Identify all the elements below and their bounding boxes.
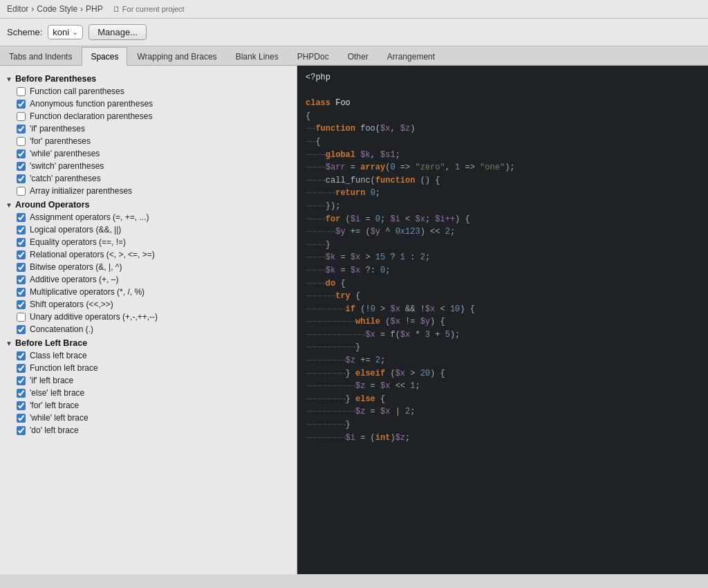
option-func-call-paren: Function call parentheses <box>0 85 297 98</box>
checkbox-unary-ops[interactable] <box>17 313 26 322</box>
option-shift-ops: Shift operators (<<,>>) <box>0 298 297 311</box>
tab-phpdoc[interactable]: PHPDoc <box>288 47 338 66</box>
checkbox-shift-ops[interactable] <box>17 300 26 309</box>
label-while-brace: 'while' left brace <box>30 413 88 423</box>
option-equality-ops: Equality operators (==, !=) <box>0 236 297 248</box>
checkbox-while-brace[interactable] <box>17 414 26 423</box>
checkbox-catch-paren[interactable] <box>17 174 26 183</box>
checkbox-class-brace[interactable] <box>17 351 26 360</box>
label-if-paren: 'if' parentheses <box>30 124 85 134</box>
checkbox-equality-ops[interactable] <box>17 238 26 247</box>
checkbox-assign-ops[interactable] <box>17 213 26 222</box>
option-func-decl-paren: Function declaration parentheses <box>0 110 297 122</box>
checkbox-while-paren[interactable] <box>17 149 26 158</box>
breadcrumb-bar: Editor › Code Style › PHP 🗋 For current … <box>0 0 708 19</box>
code-line-25: →→→→→→→→→→$z = $x << 1; <box>297 380 708 393</box>
scheme-arrow-icon: ⌄ <box>72 28 78 37</box>
tab-blank-lines[interactable]: Blank Lines <box>227 47 288 66</box>
scheme-bar: Scheme: koni ⌄ Manage... <box>0 19 708 46</box>
option-while-paren: 'while' parentheses <box>0 147 297 160</box>
checkbox-multiplicative-ops[interactable] <box>17 288 26 297</box>
section-arrow-around-operators: ▼ <box>6 201 12 209</box>
checkbox-for-paren[interactable] <box>17 137 26 146</box>
tab-arrangement[interactable]: Arrangement <box>378 47 444 66</box>
checkbox-func-decl-paren[interactable] <box>17 112 26 121</box>
code-line-2 <box>297 84 708 98</box>
tabs-bar: Tabs and Indents Spaces Wrapping and Bra… <box>0 46 708 66</box>
main-content: ▼ Before Parentheses Function call paren… <box>0 66 708 574</box>
code-line-29: →→→→→→→→$i = (int)$z; <box>297 432 708 445</box>
checkbox-anon-func-paren[interactable] <box>17 100 26 109</box>
breadcrumb-php: PHP <box>86 4 103 14</box>
checkbox-relational-ops[interactable] <box>17 250 26 259</box>
section-title-around-operators: Around Operators <box>15 200 90 210</box>
option-class-brace: Class left brace <box>0 349 297 362</box>
label-array-init-paren: Array initializer parentheses <box>30 186 132 196</box>
label-do-brace: 'do' left brace <box>30 425 79 435</box>
option-while-brace: 'while' left brace <box>0 412 297 424</box>
option-for-brace: 'for' left brace <box>0 399 297 412</box>
label-multiplicative-ops: Multiplicative operators (*, /, %) <box>30 287 145 297</box>
code-line-24: →→→→→→→→} elseif ($x > 20) { <box>297 367 708 380</box>
manage-button[interactable]: Manage... <box>88 24 147 40</box>
code-line-5: →→function foo($x, $z) <box>297 122 708 136</box>
code-line-4: { <box>297 110 708 123</box>
label-bitwise-ops: Bitwise operators (&, |, ^) <box>30 262 122 272</box>
checkbox-switch-paren[interactable] <box>17 162 26 171</box>
checkbox-else-brace[interactable] <box>17 389 26 398</box>
label-shift-ops: Shift operators (<<,>>) <box>30 300 113 309</box>
checkbox-additive-ops[interactable] <box>17 275 26 284</box>
checkbox-do-brace[interactable] <box>17 426 26 435</box>
section-around-operators: ▼ Around Operators <box>0 197 297 211</box>
code-line-7: →→→→global $k, $s1; <box>297 149 708 162</box>
breadcrumb-code-style[interactable]: Code Style <box>37 4 77 14</box>
section-arrow-before-left-brace: ▼ <box>6 340 12 347</box>
checkbox-if-brace[interactable] <box>17 376 26 385</box>
label-while-paren: 'while' parentheses <box>30 149 100 158</box>
checkbox-if-paren[interactable] <box>17 125 26 134</box>
code-line-11: →→→→}); <box>297 200 708 213</box>
breadcrumb-sep1: › <box>31 4 34 14</box>
option-if-paren: 'if' parentheses <box>0 122 297 135</box>
section-before-left-brace: ▼ Before Left Brace <box>0 336 297 349</box>
label-for-paren: 'for' parentheses <box>30 136 91 146</box>
tab-other[interactable]: Other <box>339 47 378 66</box>
checkbox-concat-op[interactable] <box>17 325 26 334</box>
scheme-dropdown[interactable]: koni ⌄ <box>48 25 83 39</box>
checkbox-bitwise-ops[interactable] <box>17 263 26 272</box>
code-line-23: →→→→→→→→$z += 2; <box>297 354 708 367</box>
breadcrumb-project-note: 🗋 For current project <box>113 5 185 13</box>
label-logical-ops: Logical operators (&&, ||) <box>30 225 121 235</box>
option-unary-ops: Unary additive operators (+,-,++,--) <box>0 311 297 323</box>
tab-tabs-indents[interactable]: Tabs and Indents <box>0 47 81 66</box>
code-line-16: →→→→$k = $x ?: 0; <box>297 264 708 277</box>
code-line-13: →→→→→→$y += ($y ^ 0x123) << 2; <box>297 226 708 239</box>
label-additive-ops: Additive operators (+, –) <box>30 275 118 284</box>
code-line-15: →→→→$k = $x > 15 ? 1 : 2; <box>297 251 708 264</box>
scheme-value: koni <box>53 27 69 37</box>
checkbox-for-brace[interactable] <box>17 401 26 410</box>
option-catch-paren: 'catch' parentheses <box>0 172 297 185</box>
code-line-22: →→→→→→→→→→} <box>297 341 708 354</box>
code-line-12: →→→→for ($i = 0; $i < $x; $i++) { <box>297 213 708 226</box>
code-line-26: →→→→→→→→} else { <box>297 393 708 406</box>
label-relational-ops: Relational operators (<, >, <=, >=) <box>30 250 155 259</box>
section-title-before-parentheses: Before Parentheses <box>15 74 96 84</box>
option-array-init-paren: Array initializer parentheses <box>0 185 297 197</box>
tab-wrapping-braces[interactable]: Wrapping and Braces <box>128 47 225 66</box>
option-multiplicative-ops: Multiplicative operators (*, /, %) <box>0 286 297 298</box>
option-else-brace: 'else' left brace <box>0 387 297 399</box>
code-line-17: →→→→do { <box>297 277 708 291</box>
checkbox-array-init-paren[interactable] <box>17 187 26 196</box>
label-func-brace: Function left brace <box>30 363 98 373</box>
option-logical-ops: Logical operators (&&, ||) <box>0 223 297 236</box>
label-func-decl-paren: Function declaration parentheses <box>30 111 152 121</box>
checkbox-logical-ops[interactable] <box>17 226 26 235</box>
checkbox-func-brace[interactable] <box>17 364 26 373</box>
tab-spaces[interactable]: Spaces <box>82 47 127 66</box>
option-concat-op: Concatenation (.) <box>0 323 297 336</box>
checkbox-func-call-paren[interactable] <box>17 87 26 96</box>
code-line-20: →→→→→→→→→→while ($x != $y) { <box>297 315 708 329</box>
code-line-3: class Foo <box>297 97 708 110</box>
label-class-brace: Class left brace <box>30 351 87 360</box>
